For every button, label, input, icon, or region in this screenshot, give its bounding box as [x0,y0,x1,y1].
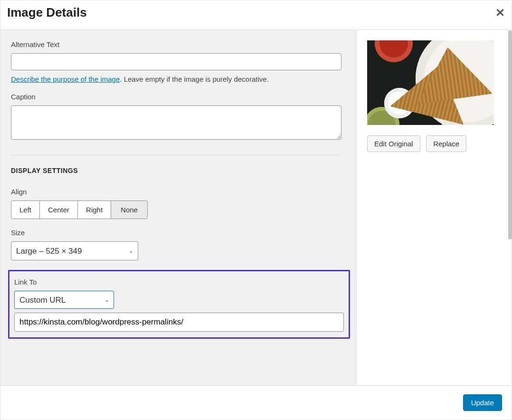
alt-text-hint-rest: . Leave empty if the image is purely dec… [120,75,269,83]
alt-text-hint: Describe the purpose of the image. Leave… [11,75,346,83]
close-button[interactable]: ✕ [495,7,505,19]
update-button[interactable]: Update [463,394,502,411]
caption-label: Caption [11,93,346,101]
modal-title: Image Details [7,5,87,20]
display-settings-heading: DISPLAY SETTINGS [11,167,346,174]
divider [11,155,341,155]
link-to-url-input[interactable] [14,313,344,332]
link-to-label: Link To [14,278,344,286]
align-label: Align [11,188,346,196]
alt-text-hint-link[interactable]: Describe the purpose of the image [11,75,120,83]
alt-text-label: Alternative Text [11,40,346,48]
align-button-group: Left Center Right None [11,200,346,219]
align-right-button[interactable]: Right [77,200,111,219]
link-to-select[interactable]: Custom URL [14,291,114,309]
size-select[interactable]: Large – 525 × 349 [11,241,138,260]
align-left-button[interactable]: Left [11,200,40,219]
close-icon: ✕ [495,6,505,19]
edit-original-button[interactable]: Edit Original [367,135,420,152]
align-center-button[interactable]: Center [39,200,78,219]
scrollbar[interactable] [508,30,512,239]
alt-text-input[interactable] [11,53,341,70]
link-to-highlight: Link To Custom URL ⌄ [8,270,350,339]
align-none-button[interactable]: None [111,200,148,219]
image-preview [367,40,494,125]
replace-button[interactable]: Replace [426,135,466,152]
size-label: Size [11,229,346,237]
caption-input[interactable] [11,105,341,140]
